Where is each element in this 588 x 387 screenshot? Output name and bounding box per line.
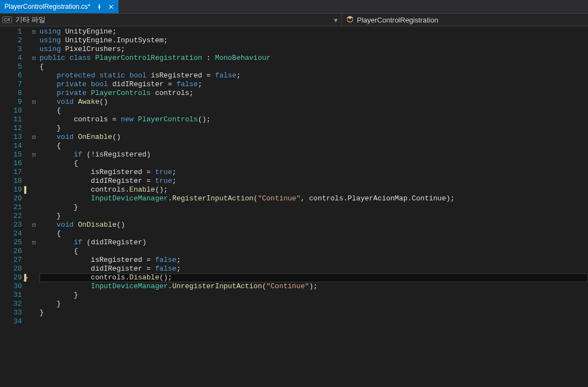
code-line[interactable]: InputDeviceManager.UnregisterInputAction… — [39, 282, 588, 291]
fold-toggle — [29, 273, 39, 282]
code-line[interactable]: { — [39, 63, 588, 71]
code-line[interactable]: private PlayerControls controls; — [39, 89, 588, 98]
line-number: 6 — [0, 71, 22, 80]
line-number: 16 — [0, 159, 22, 168]
code-line[interactable]: } — [39, 291, 588, 300]
line-number: 10 — [0, 106, 22, 115]
line-number: 23 — [0, 221, 22, 229]
fold-toggle[interactable]: ⊟ — [29, 221, 39, 229]
fold-toggle — [29, 212, 39, 221]
line-number: 19 — [0, 186, 22, 194]
fold-toggle — [29, 177, 39, 186]
code-line[interactable]: controls = new PlayerControls(); — [39, 115, 588, 124]
fold-toggle — [29, 71, 39, 80]
project-dropdown[interactable]: C# 기타 파일 ▾ — [0, 15, 341, 25]
fold-toggle[interactable]: ⊟ — [29, 238, 39, 247]
file-tab[interactable]: PlayerControlRegistration.cs* — [0, 0, 118, 13]
code-line[interactable]: { — [39, 159, 588, 168]
fold-toggle — [29, 247, 39, 256]
line-number: 7 — [0, 80, 22, 89]
class-icon — [346, 15, 354, 25]
fold-toggle — [29, 36, 39, 45]
code-line[interactable]: { — [39, 247, 588, 256]
fold-toggle — [29, 265, 39, 273]
line-number: 14 — [0, 142, 22, 150]
line-number: 34 — [0, 317, 22, 326]
code-line[interactable]: void OnDisable() — [39, 221, 588, 229]
csharp-badge-icon: C# — [2, 16, 12, 23]
fold-toggle[interactable]: ⊟ — [29, 133, 39, 142]
fold-toggle — [29, 229, 39, 238]
code-line[interactable]: using PixelCrushers; — [39, 45, 588, 54]
line-number: 30 — [0, 282, 22, 291]
code-line[interactable]: } — [39, 212, 588, 221]
fold-toggle[interactable]: ⊟ — [29, 98, 39, 106]
code-line[interactable]: protected static bool isRegistered = fal… — [39, 71, 588, 80]
code-line[interactable]: public class PlayerControlRegistration :… — [39, 54, 588, 63]
code-line[interactable]: using UnityEngine; — [39, 27, 588, 36]
code-line[interactable]: } — [39, 300, 588, 309]
fold-toggle[interactable]: ⊟ — [29, 54, 39, 63]
fold-margin[interactable]: ⊟⊟⊟⊟⊟⊟⊟ — [29, 26, 39, 387]
code-line[interactable]: { — [39, 229, 588, 238]
fold-toggle[interactable]: ⊟ — [29, 27, 39, 36]
code-line[interactable] — [39, 317, 588, 326]
code-line[interactable]: using UnityEngine.InputSystem; — [39, 36, 588, 45]
fold-toggle — [29, 256, 39, 265]
line-number: 26 — [0, 247, 22, 256]
code-line[interactable]: controls.Disable(); — [39, 273, 588, 282]
tab-bar: PlayerControlRegistration.cs* — [0, 0, 588, 13]
class-name-label: PlayerControlRegistration — [357, 16, 438, 24]
code-line[interactable]: if (didIRegister) — [39, 238, 588, 247]
fold-toggle — [29, 300, 39, 309]
line-number: 29 — [0, 273, 22, 282]
code-line[interactable]: void Awake() — [39, 98, 588, 106]
class-dropdown[interactable]: PlayerControlRegistration — [342, 15, 438, 25]
project-name-label: 기타 파일 — [15, 15, 46, 25]
line-number: 31 — [0, 291, 22, 300]
pin-icon[interactable] — [96, 3, 103, 10]
fold-toggle[interactable]: ⊟ — [29, 150, 39, 159]
code-line[interactable]: } — [39, 309, 588, 317]
code-line[interactable]: isRegistered = true; — [39, 168, 588, 177]
line-number: 17 — [0, 168, 22, 177]
line-number: 3 — [0, 45, 22, 54]
fold-toggle — [29, 124, 39, 133]
code-line[interactable]: if (!isRegistered) — [39, 150, 588, 159]
code-line[interactable]: controls.Enable(); — [39, 186, 588, 194]
line-number: 9 — [0, 98, 22, 106]
code-line[interactable]: { — [39, 142, 588, 150]
code-line[interactable]: didIRegister = true; — [39, 177, 588, 186]
code-line[interactable]: isRegistered = false; — [39, 256, 588, 265]
fold-toggle — [29, 159, 39, 168]
fold-toggle — [29, 106, 39, 115]
code-line[interactable]: { — [39, 106, 588, 115]
code-line[interactable]: InputDeviceManager.RegisterInputAction("… — [39, 194, 588, 203]
line-number: 25 — [0, 238, 22, 247]
fold-toggle — [29, 63, 39, 71]
code-area[interactable]: using UnityEngine;using UnityEngine.Inpu… — [39, 26, 588, 387]
close-icon[interactable] — [108, 4, 114, 10]
code-line[interactable]: void OnEnable() — [39, 133, 588, 142]
code-line[interactable]: } — [39, 124, 588, 133]
nav-bar: C# 기타 파일 ▾ PlayerControlRegistration — [0, 13, 588, 26]
fold-toggle — [29, 45, 39, 54]
line-number: 33 — [0, 309, 22, 317]
line-number: 15 — [0, 150, 22, 159]
line-number: 32 — [0, 300, 22, 309]
fold-toggle — [29, 168, 39, 177]
line-number: 13 — [0, 133, 22, 142]
screwdriver-icon[interactable] — [23, 275, 29, 281]
code-editor[interactable]: 1234567891011121314151617181920212223242… — [0, 26, 588, 387]
line-number: 8 — [0, 89, 22, 98]
code-line[interactable]: didIRegister = false; — [39, 265, 588, 273]
code-line[interactable]: } — [39, 203, 588, 212]
fold-toggle — [29, 282, 39, 291]
line-number: 28 — [0, 265, 22, 273]
fold-toggle — [29, 186, 39, 194]
line-number: 4 — [0, 54, 22, 63]
code-line[interactable]: private bool didIRegister = false; — [39, 80, 588, 89]
line-number: 22 — [0, 212, 22, 221]
fold-toggle — [29, 194, 39, 203]
fold-toggle — [29, 291, 39, 300]
